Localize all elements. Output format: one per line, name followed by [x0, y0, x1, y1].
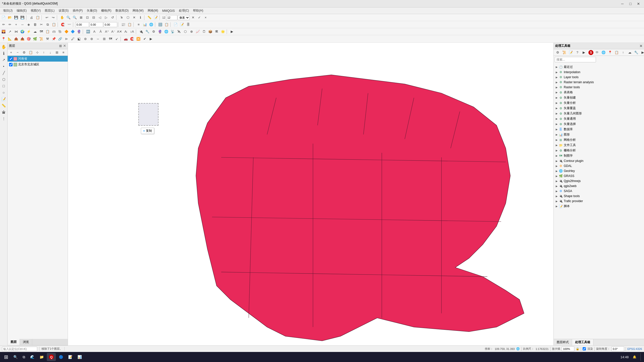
menu-help[interactable]: 帮助(H) [191, 8, 205, 13]
draw-poly-btn[interactable]: ⬡ [1, 76, 7, 82]
tool2-btn[interactable]: ⚒ [45, 36, 51, 42]
layer-order-btn[interactable]: ≡ [136, 22, 142, 28]
check-btn[interactable]: ✔ [142, 36, 148, 42]
processing-cloud-btn[interactable]: ☁ [627, 50, 633, 56]
tree-item-chart[interactable]: ▶ 📊 图形 [554, 132, 644, 137]
add-layer-btn[interactable]: + [8, 50, 14, 56]
rp-tab-processing[interactable]: 处理工具箱 [572, 339, 593, 345]
minimize-button[interactable]: ─ [619, 1, 626, 6]
topology-btn[interactable]: 🔀 [135, 36, 141, 42]
processing-help-btn[interactable]: ? [574, 50, 580, 56]
open-attr-btn[interactable]: 📋 [28, 50, 34, 56]
processing-search-input[interactable] [555, 57, 596, 62]
layer-down-btn[interactable]: ↓ [47, 50, 53, 56]
tree-item-raster-terrain[interactable]: ▶ ⚙ Raster terrain analysis [554, 80, 644, 85]
plugin1-btn[interactable]: 🔌 [138, 29, 144, 35]
menu-processing[interactable]: 处理(C) [177, 8, 191, 13]
atlas-btn[interactable]: 📋 [35, 15, 41, 21]
tool11-btn[interactable]: ⊞ [101, 36, 107, 42]
pan-btn[interactable]: ✋ [59, 15, 65, 21]
open-project-btn[interactable]: 📂 [7, 15, 13, 21]
menu-vector[interactable]: 矢量(O) [85, 8, 99, 13]
tree-item-vector-general[interactable]: ▶ ⚙ 矢量通用 [554, 116, 644, 121]
plugin4-btn[interactable]: 🔮 [157, 29, 163, 35]
crs-value[interactable]: EPSG:4326 [627, 347, 642, 350]
cancel-edit-btn[interactable]: ✕ [190, 15, 196, 21]
new-vector-btn[interactable]: 📄 [173, 22, 179, 28]
label-toolbar-btn[interactable]: 🔤 [85, 29, 91, 35]
plugin8-btn[interactable]: ⬡ [182, 29, 188, 35]
menu-project[interactable]: 项目(J) [1, 8, 15, 13]
tool4-btn[interactable]: 🔗 [57, 36, 63, 42]
save-as-btn[interactable]: 💾 [19, 15, 25, 21]
menu-network[interactable]: 网络(W) [131, 8, 145, 13]
label6-btn[interactable]: A✕ [116, 29, 123, 35]
maximize-button[interactable]: □ [627, 1, 634, 6]
processing-more2-btn[interactable]: ▶ [640, 50, 644, 56]
tree-item-vector-overlay[interactable]: ▶ ⚙ 矢量覆盖 [554, 106, 644, 111]
layout-manager-btn[interactable]: 📰 [120, 22, 126, 28]
layers-panel-close-btn[interactable]: ✕ [63, 44, 66, 48]
measure-btn[interactable]: 📏 [146, 15, 152, 21]
identify-btn[interactable]: ℹ [137, 15, 143, 21]
tree-item-contour[interactable]: ▶ 🔌 Contour plugin [554, 158, 644, 163]
tree-item-shape-tools[interactable]: ▶ 🔌 Shape tools [554, 194, 644, 199]
layer-collapse-btn[interactable]: ≡ [60, 50, 66, 56]
explorer-btn[interactable]: 📁 [37, 353, 46, 361]
qgis-taskbar-btn[interactable]: Q [47, 353, 56, 361]
browser-btn[interactable]: 🌐 [148, 22, 154, 28]
tree-item-geohey[interactable]: ▶ 🌐 GeoHey [554, 168, 644, 173]
filter-layer-btn[interactable]: ⊹ [34, 50, 40, 56]
add-mssql-btn[interactable]: 🔷 [70, 29, 76, 35]
add-virtual-btn[interactable]: 🔮 [76, 29, 82, 35]
info-btn[interactable]: ℹ [1, 50, 7, 56]
rp-tab-layer-style[interactable]: 图层样式 [554, 339, 572, 345]
search-taskbar-btn[interactable]: 🔍 [11, 353, 20, 361]
atlas2-btn[interactable]: 📋 [127, 22, 133, 28]
more2-btn[interactable]: ▶ [148, 36, 154, 42]
add-oracle-btn[interactable]: 🔶 [63, 29, 69, 35]
plugin5-btn[interactable]: 🌐 [163, 29, 169, 35]
route-btn[interactable]: 🚗 [123, 36, 129, 42]
redo-btn[interactable]: ↪ [50, 15, 56, 21]
measure2-btn[interactable]: 📏 [1, 103, 7, 109]
layer-props-btn[interactable]: ⚙ [21, 50, 27, 56]
menu-view[interactable]: 视图(V) [29, 8, 43, 13]
menu-settings[interactable]: 设置(S) [57, 8, 71, 13]
zoom-full-btn[interactable]: ⊠ [78, 15, 84, 21]
select2-btn[interactable]: ↗ [1, 57, 7, 63]
annotation-btn[interactable]: 📝 [153, 15, 159, 21]
label3-btn[interactable]: Ā [98, 29, 104, 35]
refresh-btn[interactable]: ↺ [109, 15, 115, 21]
tree-item-script[interactable]: ▶ 📝 脚本 [554, 204, 644, 209]
tree-item-vector-geometry[interactable]: ▶ ⚙ 矢量几何图形 [554, 111, 644, 116]
layer-item-henan[interactable]: 河南省 [8, 56, 68, 62]
add-feature-btn[interactable]: + [13, 22, 19, 28]
processing-marker-btn[interactable]: 📍 [607, 50, 613, 56]
rotate-btn[interactable]: × [203, 15, 209, 21]
word-btn[interactable]: 📝 [66, 353, 74, 361]
tree-item-cartography[interactable]: ▶ 🗺 制图学 [554, 153, 644, 158]
plugin9-btn[interactable]: ⊕ [188, 29, 194, 35]
snapping-btn[interactable]: 🧲 [60, 22, 66, 28]
georef-btn[interactable]: 🎯 [26, 36, 32, 42]
tree-item-qgis2threejs[interactable]: ▶ 🔌 Qgis2threejs [554, 178, 644, 184]
processing-cn-btn[interactable]: 中 [594, 50, 600, 56]
scale-unit-select[interactable]: 像素 [178, 15, 190, 20]
more3-btn[interactable]: ⋮ [1, 116, 7, 122]
menu-mmqgis[interactable]: MMQGIS [160, 9, 177, 13]
magnify-input[interactable] [562, 346, 574, 351]
menu-edit[interactable]: 编辑(E) [15, 8, 29, 13]
windows-start-btn[interactable]: ⊞ [2, 353, 10, 361]
confirm-edit-btn[interactable]: ✓ [196, 15, 202, 21]
taskbar-notification-btn[interactable]: 🔔 [631, 353, 638, 361]
tree-item-raster-tools[interactable]: ▶ ⚙ Raster tools [554, 85, 644, 90]
new-project-btn[interactable]: 📄 [1, 15, 7, 21]
processing-hist-btn[interactable]: 📜 [38, 36, 44, 42]
menu-layer[interactable]: 图层(L) [43, 8, 57, 13]
taskbar-show-desktop-btn[interactable] [640, 353, 642, 361]
copy-tooltip[interactable]: + 复制 [141, 128, 154, 134]
tree-item-grid-analysis[interactable]: ▶ ⊞ 网格分析 [554, 137, 644, 143]
label2-btn[interactable]: A [91, 29, 97, 35]
render-checkbox[interactable] [583, 347, 586, 350]
